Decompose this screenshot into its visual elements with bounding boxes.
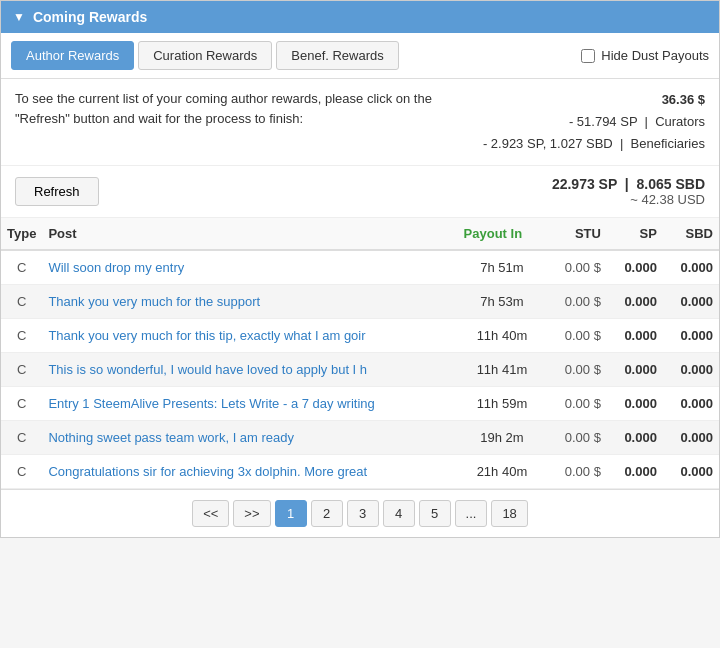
cell-post[interactable]: Congratulations sir for achieving 3x dol… <box>42 455 457 489</box>
cell-sp: 0.000 <box>607 250 663 285</box>
cell-payout-in: 21h 40m <box>458 455 547 489</box>
table-row: C Entry 1 SteemAlive Presents: Lets Writ… <box>1 387 719 421</box>
total-sp: 22.973 SP <box>552 176 617 192</box>
cell-sbd: 0.000 <box>663 353 719 387</box>
col-post: Post <box>42 218 457 250</box>
cell-sbd: 0.000 <box>663 285 719 319</box>
total-sp-sbd: 22.973 SP | 8.065 SBD <box>552 176 705 192</box>
cell-stu: 0.00 $ <box>546 387 607 421</box>
tab-curation-rewards[interactable]: Curation Rewards <box>138 41 272 70</box>
info-benef-line: - 2.923 SP, 1.027 SBD | Beneficiaries <box>483 133 705 155</box>
cell-sbd: 0.000 <box>663 250 719 285</box>
info-section: To see the current list of your coming a… <box>1 79 719 166</box>
page-next-button[interactable]: >> <box>233 500 270 527</box>
table-row: C This is so wonderful, I would have lov… <box>1 353 719 387</box>
info-curator-line: - 51.794 SP | Curators <box>483 111 705 133</box>
table-row: C Nothing sweet pass team work, I am rea… <box>1 421 719 455</box>
info-description: To see the current list of your coming a… <box>15 89 435 128</box>
cell-sbd: 0.000 <box>663 319 719 353</box>
dust-payout-toggle[interactable]: Hide Dust Payouts <box>581 48 709 63</box>
cell-post[interactable]: Thank you very much for this tip, exactl… <box>42 319 457 353</box>
coming-rewards-panel: ▼ Coming Rewards Author Rewards Curation… <box>0 0 720 538</box>
info-sp-value: - 51.794 SP <box>569 114 637 129</box>
cell-post[interactable]: Nothing sweet pass team work, I am ready <box>42 421 457 455</box>
info-main-value: 36.36 $ <box>483 89 705 111</box>
total-values: 22.973 SP | 8.065 SBD ~ 42.38 USD <box>552 176 705 207</box>
cell-sp: 0.000 <box>607 353 663 387</box>
cell-post[interactable]: Will soon drop my entry <box>42 250 457 285</box>
info-curators-label: Curators <box>655 114 705 129</box>
tab-benef-rewards[interactable]: Benef. Rewards <box>276 41 399 70</box>
cell-sbd: 0.000 <box>663 455 719 489</box>
page-ellipsis: ... <box>455 500 488 527</box>
total-usd: ~ 42.38 USD <box>552 192 705 207</box>
panel-header: ▼ Coming Rewards <box>1 1 719 33</box>
cell-type: C <box>1 285 42 319</box>
cell-payout-in: 11h 59m <box>458 387 547 421</box>
cell-sp: 0.000 <box>607 285 663 319</box>
panel-title: Coming Rewards <box>33 9 147 25</box>
cell-stu: 0.00 $ <box>546 455 607 489</box>
cell-type: C <box>1 353 42 387</box>
table-row: C Congratulations sir for achieving 3x d… <box>1 455 719 489</box>
col-stu: STU <box>546 218 607 250</box>
cell-type: C <box>1 387 42 421</box>
page-2-button[interactable]: 2 <box>311 500 343 527</box>
cell-payout-in: 7h 51m <box>458 250 547 285</box>
table-row: C Will soon drop my entry 7h 51m 0.00 $ … <box>1 250 719 285</box>
info-values: 36.36 $ - 51.794 SP | Curators - 2.923 S… <box>483 89 705 155</box>
cell-sp: 0.000 <box>607 387 663 421</box>
cell-type: C <box>1 421 42 455</box>
table-header-row: Type Post Payout In STU SP SBD <box>1 218 719 250</box>
cell-payout-in: 11h 41m <box>458 353 547 387</box>
col-type: Type <box>1 218 42 250</box>
cell-payout-in: 19h 2m <box>458 421 547 455</box>
pagination: << >> 1 2 3 4 5 ... 18 <box>1 489 719 537</box>
cell-post[interactable]: This is so wonderful, I would have loved… <box>42 353 457 387</box>
page-first-button[interactable]: << <box>192 500 229 527</box>
cell-payout-in: 11h 40m <box>458 319 547 353</box>
rewards-table: Type Post Payout In STU SP SBD C Will so… <box>1 218 719 489</box>
tabs-bar: Author Rewards Curation Rewards Benef. R… <box>1 33 719 79</box>
cell-sp: 0.000 <box>607 319 663 353</box>
col-payout-in: Payout In <box>458 218 547 250</box>
info-benef-value: - 2.923 SP, 1.027 SBD <box>483 136 613 151</box>
page-last-button[interactable]: 18 <box>491 500 527 527</box>
col-sp: SP <box>607 218 663 250</box>
action-section: Refresh 22.973 SP | 8.065 SBD ~ 42.38 US… <box>1 166 719 218</box>
cell-sbd: 0.000 <box>663 421 719 455</box>
page-5-button[interactable]: 5 <box>419 500 451 527</box>
collapse-arrow[interactable]: ▼ <box>13 10 25 24</box>
info-benef-label: Beneficiaries <box>631 136 705 151</box>
page-3-button[interactable]: 3 <box>347 500 379 527</box>
cell-stu: 0.00 $ <box>546 319 607 353</box>
cell-stu: 0.00 $ <box>546 421 607 455</box>
cell-type: C <box>1 319 42 353</box>
cell-type: C <box>1 455 42 489</box>
dust-payout-checkbox[interactable] <box>581 49 595 63</box>
dust-payout-label: Hide Dust Payouts <box>601 48 709 63</box>
tab-author-rewards[interactable]: Author Rewards <box>11 41 134 70</box>
cell-stu: 0.00 $ <box>546 285 607 319</box>
col-sbd: SBD <box>663 218 719 250</box>
page-1-button[interactable]: 1 <box>275 500 307 527</box>
table-row: C Thank you very much for the support 7h… <box>1 285 719 319</box>
cell-type: C <box>1 250 42 285</box>
cell-payout-in: 7h 53m <box>458 285 547 319</box>
total-sbd: 8.065 SBD <box>637 176 705 192</box>
cell-stu: 0.00 $ <box>546 250 607 285</box>
cell-stu: 0.00 $ <box>546 353 607 387</box>
cell-post[interactable]: Entry 1 SteemAlive Presents: Lets Write … <box>42 387 457 421</box>
refresh-button[interactable]: Refresh <box>15 177 99 206</box>
cell-post[interactable]: Thank you very much for the support <box>42 285 457 319</box>
table-row: C Thank you very much for this tip, exac… <box>1 319 719 353</box>
cell-sp: 0.000 <box>607 455 663 489</box>
page-4-button[interactable]: 4 <box>383 500 415 527</box>
cell-sbd: 0.000 <box>663 387 719 421</box>
cell-sp: 0.000 <box>607 421 663 455</box>
